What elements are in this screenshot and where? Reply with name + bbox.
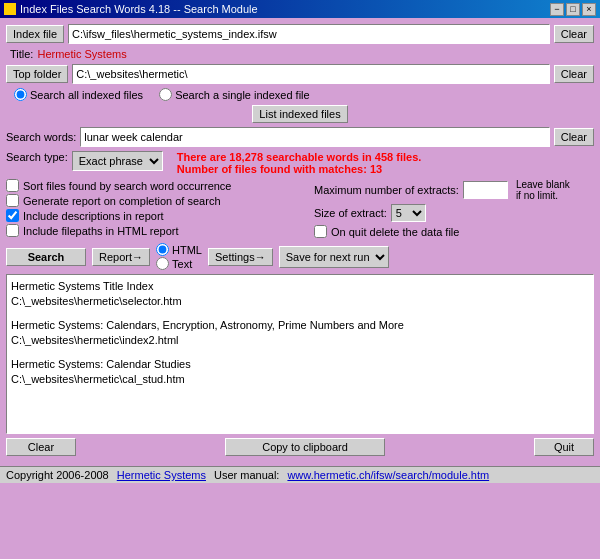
result-entry-2: Hermetic Systems: Calendars, Encryption,… xyxy=(11,318,589,349)
result-path-1: C:\_websites\hermetic\selector.htm xyxy=(11,294,589,309)
text-label: Text xyxy=(172,258,192,270)
search-all-label: Search all indexed files xyxy=(30,89,143,101)
generate-report-row: Generate report on completion of search xyxy=(6,194,306,207)
stats-line2: Number of files found with matches: 13 xyxy=(177,163,422,175)
search-all-radio[interactable] xyxy=(14,88,27,101)
report-button[interactable]: Report→ xyxy=(92,248,150,266)
generate-report-label: Generate report on completion of search xyxy=(23,195,221,207)
minimize-button[interactable]: − xyxy=(550,3,564,16)
on-quit-row: On quit delete the data file xyxy=(314,225,594,238)
title-bar: Index Files Search Words 4.18 -- Search … xyxy=(0,0,600,18)
save-dropdown[interactable]: Save for next run xyxy=(279,246,389,268)
search-type-stats-row: Search type: Exact phrase There are 18,2… xyxy=(6,151,594,175)
search-words-row: Search words: Clear xyxy=(6,127,594,147)
search-single-label: Search a single indexed file xyxy=(175,89,310,101)
if-no-limit-text: if no limit. xyxy=(516,190,570,201)
html-label: HTML xyxy=(172,244,202,256)
on-quit-label: On quit delete the data file xyxy=(331,226,459,238)
sort-files-checkbox[interactable] xyxy=(6,179,19,192)
result-title-3: Hermetic Systems: Calendar Studies xyxy=(11,357,589,372)
sort-files-row: Sort files found by search word occurren… xyxy=(6,179,306,192)
html-radio[interactable] xyxy=(156,243,169,256)
top-folder-row: Top folder Clear xyxy=(6,64,594,84)
size-extract-label: Size of extract: xyxy=(314,207,387,219)
footer: Copyright 2006-2008 Hermetic Systems Use… xyxy=(0,466,600,483)
include-descriptions-row: Include descriptions in report xyxy=(6,209,306,222)
bottom-clear-button[interactable]: Clear xyxy=(6,438,76,456)
on-quit-checkbox[interactable] xyxy=(314,225,327,238)
index-file-clear-button[interactable]: Clear xyxy=(554,25,594,43)
include-filepaths-label: Include filepaths in HTML report xyxy=(23,225,179,237)
index-file-input[interactable] xyxy=(68,24,550,44)
result-path-3: C:\_websites\hermetic\cal_stud.htm xyxy=(11,372,589,387)
search-button[interactable]: Search xyxy=(6,248,86,266)
generate-report-checkbox[interactable] xyxy=(6,194,19,207)
include-filepaths-row: Include filepaths in HTML report xyxy=(6,224,306,237)
title-label: Title: xyxy=(10,48,33,60)
leave-blank-text: Leave blank xyxy=(516,179,570,190)
action-row: Search Report→ HTML Text Settings→ Save … xyxy=(6,243,594,270)
window-title: Index Files Search Words 4.18 -- Search … xyxy=(20,3,258,15)
close-button[interactable]: × xyxy=(582,3,596,16)
result-title-2: Hermetic Systems: Calendars, Encryption,… xyxy=(11,318,589,333)
include-descriptions-checkbox[interactable] xyxy=(6,209,19,222)
size-extract-row: Size of extract: 5 xyxy=(314,204,594,222)
top-folder-clear-button[interactable]: Clear xyxy=(554,65,594,83)
result-entry-1: Hermetic Systems Title Index C:\_website… xyxy=(11,279,589,310)
index-file-row: Index file Clear xyxy=(6,24,594,44)
top-folder-button[interactable]: Top folder xyxy=(6,65,68,83)
search-type-label: Search type: xyxy=(6,151,68,163)
max-extracts-label: Maximum number of extracts: xyxy=(314,184,459,196)
hermetic-link[interactable]: Hermetic Systems xyxy=(117,469,206,481)
list-indexed-button[interactable]: List indexed files xyxy=(252,105,347,123)
top-folder-input[interactable] xyxy=(72,64,549,84)
app-icon xyxy=(4,3,16,15)
search-words-input[interactable] xyxy=(80,127,549,147)
list-indexed-row: List indexed files xyxy=(6,105,594,123)
result-title-1: Hermetic Systems Title Index xyxy=(11,279,589,294)
max-extracts-row: Maximum number of extracts: Leave blank … xyxy=(314,179,594,201)
results-area[interactable]: Hermetic Systems Title Index C:\_website… xyxy=(6,274,594,434)
output-format-group: HTML Text xyxy=(156,243,202,270)
main-content: Index file Clear Title: Hermetic Systems… xyxy=(0,18,600,466)
bottom-buttons-row: Clear Copy to clipboard Quit xyxy=(6,438,594,456)
search-words-label: Search words: xyxy=(6,131,76,143)
sort-files-label: Sort files found by search word occurren… xyxy=(23,180,232,192)
include-filepaths-checkbox[interactable] xyxy=(6,224,19,237)
index-file-button[interactable]: Index file xyxy=(6,25,64,43)
size-extract-select[interactable]: 5 xyxy=(391,204,426,222)
search-single-radio[interactable] xyxy=(159,88,172,101)
result-path-2: C:\_websites\hermetic\index2.html xyxy=(11,333,589,348)
search-words-clear-button[interactable]: Clear xyxy=(554,128,594,146)
search-mode-group: Search all indexed files Search a single… xyxy=(14,88,594,101)
quit-button[interactable]: Quit xyxy=(534,438,594,456)
stats-line1: There are 18,278 searchable words in 458… xyxy=(177,151,422,163)
include-descriptions-label: Include descriptions in report xyxy=(23,210,164,222)
copyright-text: Copyright 2006-2008 xyxy=(6,469,109,481)
manual-label: User manual: xyxy=(214,469,279,481)
maximize-button[interactable]: □ xyxy=(566,3,580,16)
extract-controls: Maximum number of extracts: Leave blank … xyxy=(314,179,594,239)
search-type-select[interactable]: Exact phrase xyxy=(72,151,163,171)
checkboxes-area: Sort files found by search word occurren… xyxy=(6,179,306,239)
stats-area: There are 18,278 searchable words in 458… xyxy=(177,151,422,175)
manual-link[interactable]: www.hermetic.ch/ifsw/search/module.htm xyxy=(287,469,489,481)
settings-button[interactable]: Settings→ xyxy=(208,248,273,266)
middle-section: Sort files found by search word occurren… xyxy=(6,179,594,239)
max-extracts-input[interactable] xyxy=(463,181,508,199)
copy-to-clipboard-button[interactable]: Copy to clipboard xyxy=(225,438,385,456)
result-entry-3: Hermetic Systems: Calendar Studies C:\_w… xyxy=(11,357,589,388)
title-row: Title: Hermetic Systems xyxy=(10,48,594,60)
title-value: Hermetic Systems xyxy=(37,48,126,60)
text-radio[interactable] xyxy=(156,257,169,270)
